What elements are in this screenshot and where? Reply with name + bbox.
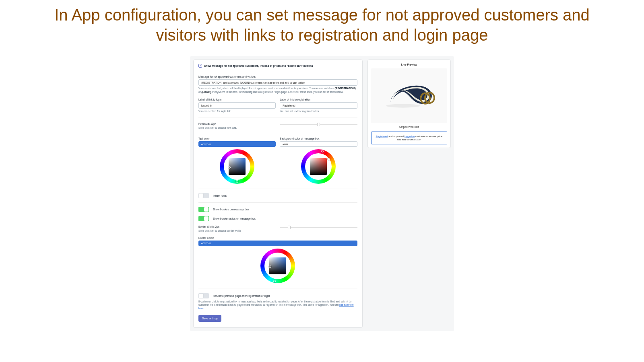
color-picker-row	[198, 149, 357, 184]
login-link-label: Label of link to login	[198, 98, 276, 101]
show-message-checkbox[interactable]	[198, 64, 202, 68]
show-borders-toggle[interactable]	[198, 207, 209, 212]
registration-link-label: Label of link to registration	[280, 98, 357, 101]
font-size-slider[interactable]	[280, 124, 357, 125]
text-color-picker[interactable]	[220, 149, 254, 184]
app-container: Show message for not approved customers,…	[190, 56, 454, 331]
bg-color-input[interactable]: #ffffff	[280, 141, 357, 147]
font-size-help: Slide on slider to choose font size.	[198, 126, 275, 130]
preview-login-link[interactable]: logged-in	[405, 135, 415, 138]
show-radius-row: Show border radius on message box	[198, 216, 357, 221]
slider-thumb-icon	[288, 226, 291, 229]
picker-handle-icon	[269, 265, 271, 268]
link-labels-row: Label of link to login You can set text …	[198, 98, 357, 117]
save-settings-button[interactable]: Save settings	[198, 315, 221, 322]
live-preview-panel: Live Preview	[367, 60, 451, 148]
show-borders-row: Show borders on message box	[198, 207, 357, 212]
show-radius-toggle[interactable]	[198, 216, 209, 221]
border-width-row: Border Width: 2px Slide on slider to cho…	[198, 225, 357, 233]
return-label: Return to previous page after registrati…	[213, 294, 270, 297]
text-color-label: Text color	[198, 137, 276, 140]
preview-registration-link[interactable]: Registered	[376, 135, 388, 138]
belt-icon	[378, 79, 440, 111]
return-toggle[interactable]	[198, 293, 209, 298]
return-help: If customer click to registration link i…	[198, 300, 357, 311]
color-row: Text color #0070d1 Background color of m…	[198, 137, 357, 147]
message-input[interactable]	[198, 79, 357, 86]
return-section: Return to previous page after registrati…	[198, 293, 357, 311]
show-message-label: Show message for not approved customers,…	[204, 64, 313, 67]
picker-handle-icon	[273, 280, 276, 282]
toggle-knob-icon	[199, 193, 203, 198]
show-radius-label: Show border radius on message box	[213, 217, 256, 220]
toggle-knob-icon	[199, 294, 203, 298]
inherit-fonts-row: Inherit fonts	[198, 189, 357, 203]
show-borders-label: Show borders on message box	[213, 208, 249, 211]
font-size-label: Font size: 13px	[198, 122, 275, 125]
registration-link-input[interactable]	[280, 102, 357, 109]
slider-thumb-icon	[317, 123, 320, 126]
login-link-help: You can set text for login link.	[198, 110, 276, 113]
font-size-row: Font size: 13px Slide on slider to choos…	[198, 122, 357, 134]
border-color-input[interactable]: #0070d1	[198, 241, 357, 246]
page-heading: In App configuration, you can set messag…	[40, 5, 604, 45]
toggle-knob-icon	[204, 216, 208, 221]
toggle-knob-icon	[204, 207, 208, 212]
preview-product-image	[371, 68, 447, 123]
border-width-slider[interactable]	[280, 227, 357, 228]
preview-title: Live Preview	[371, 63, 447, 66]
text-color-input[interactable]: #0070d1	[198, 141, 276, 147]
border-color-picker[interactable]	[260, 249, 295, 283]
message-help: You can choose text, which will be displ…	[198, 87, 357, 94]
login-link-input[interactable]	[198, 102, 276, 109]
border-width-label: Border Width: 2px	[198, 225, 275, 228]
message-label: Message for not approved customers and v…	[198, 75, 357, 78]
sv-square-icon	[310, 158, 327, 175]
border-width-help: Slide on slider to choose border width	[198, 229, 275, 233]
sv-square-icon	[229, 158, 246, 175]
inherit-fonts-toggle[interactable]	[198, 193, 209, 198]
sv-square-icon	[269, 257, 286, 274]
svg-point-2	[386, 104, 420, 107]
preview-product-name: Striped Web Belt	[371, 125, 447, 128]
bg-color-label: Background color of message box	[280, 137, 357, 140]
bg-color-picker[interactable]	[301, 149, 336, 184]
registration-link-help: You can set text for registration link.	[280, 110, 357, 113]
border-color-label: Border Color:	[198, 237, 357, 239]
preview-message-box: Registered and approved logged-in custom…	[371, 132, 447, 144]
show-message-checkbox-row: Show message for not approved customers,…	[198, 64, 357, 71]
settings-panel: Show message for not approved customers,…	[193, 60, 363, 328]
inherit-fonts-label: Inherit fonts	[213, 194, 227, 197]
